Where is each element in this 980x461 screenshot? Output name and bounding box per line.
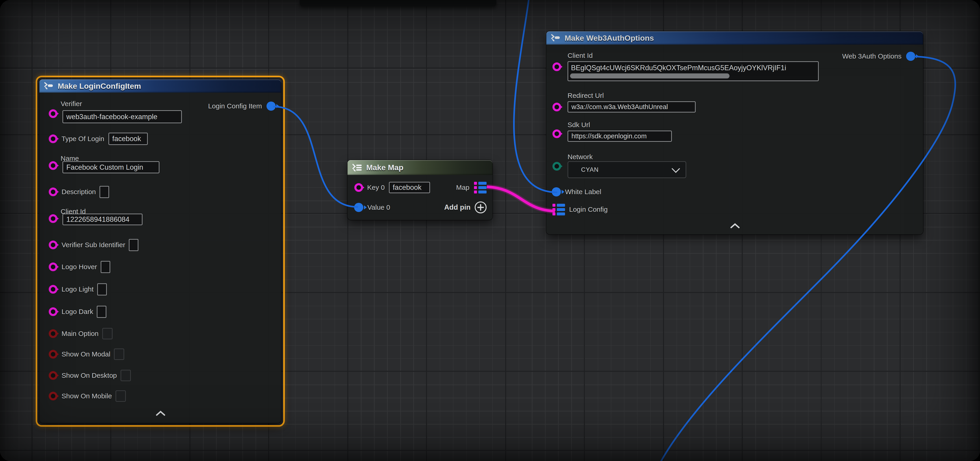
main-option-checkbox[interactable]: [102, 328, 113, 339]
pin-label-login-config: Login Config: [569, 205, 608, 213]
node-title: Make Web3AuthOptions: [565, 33, 654, 43]
wire-loginconfigitem-to-value0[interactable]: [274, 107, 358, 207]
add-pin-button[interactable]: Add pin: [444, 202, 487, 213]
client-id-input[interactable]: 1222658941886084: [62, 214, 143, 225]
node-header-make-web3authoptions[interactable]: Make Web3AuthOptions: [546, 31, 923, 45]
show-on-desktop-checkbox[interactable]: [121, 370, 131, 381]
pin-label-white-label: White Label: [565, 188, 601, 196]
pin-label-sdk-url: Sdk Url: [568, 121, 590, 129]
type-of-login-input[interactable]: facebook: [108, 133, 148, 145]
pin-sdk-url[interactable]: [552, 129, 561, 138]
verifier-sub-identifier-input[interactable]: [129, 239, 138, 251]
verifier-input[interactable]: web3auth-facebook-example: [62, 110, 182, 123]
pin-network[interactable]: [552, 162, 561, 170]
pin-value-0[interactable]: [354, 203, 363, 212]
pin-show-on-modal[interactable]: [49, 350, 57, 359]
client-id-value: BEglQSgt4cUWcj6SKRdu5QkOXTsePmMcusG5EAoy…: [571, 64, 786, 72]
pin-main-option[interactable]: [49, 329, 57, 338]
pin-client-id[interactable]: [552, 62, 561, 71]
show-on-mobile-checkbox[interactable]: [116, 390, 126, 402]
pin-label-value-0: Value 0: [368, 203, 390, 211]
pin-name[interactable]: [49, 161, 57, 170]
pin-label-show-on-desktop: Show On Desktop: [62, 372, 117, 379]
pin-logo-dark[interactable]: [49, 307, 57, 316]
pin-output-map[interactable]: [474, 182, 487, 194]
sdk-url-input[interactable]: https://sdk.openlogin.com: [568, 130, 672, 142]
wire-map-to-loginconfig[interactable]: [487, 187, 555, 211]
collapse-chevron[interactable]: [729, 223, 741, 230]
client-id-input[interactable]: BEglQSgt4cUWcj6SKRdu5QkOXTsePmMcusG5EAoy…: [568, 61, 819, 81]
make-struct-icon: [551, 34, 561, 42]
make-map-icon: [352, 164, 363, 172]
node-header-make-loginconfigitem[interactable]: Make LoginConfigItem: [39, 79, 281, 92]
add-pin-plus-icon: [475, 202, 487, 213]
chevron-down-icon: [671, 164, 680, 173]
client-id-scrollbar[interactable]: [570, 73, 730, 78]
pin-redirect-url[interactable]: [552, 103, 561, 111]
pin-label-key-0: Key 0: [367, 184, 385, 191]
pin-label-verifier: Verifier: [60, 100, 82, 108]
pin-show-on-mobile[interactable]: [49, 392, 57, 401]
pin-label-verifier-sub-identifier: Verifier Sub Identifier: [62, 241, 125, 249]
blueprint-canvas[interactable]: Make LoginConfigItem Login Config Item V…: [0, 0, 980, 461]
pin-label-description: Description: [62, 188, 96, 196]
logo-light-input[interactable]: [97, 283, 107, 296]
pin-label-type-of-login: Type Of Login: [62, 135, 104, 143]
pin-label-show-on-mobile: Show On Mobile: [62, 392, 112, 400]
pin-label-logo-dark: Logo Dark: [62, 308, 93, 316]
pin-description[interactable]: [49, 188, 57, 196]
name-input[interactable]: Facebook Custom Login: [62, 161, 159, 173]
description-input[interactable]: [100, 186, 109, 198]
pin-label-web3auth-options: Web 3Auth Options: [842, 52, 902, 60]
pin-show-on-desktop[interactable]: [49, 371, 57, 380]
pin-label-show-on-modal: Show On Modal: [62, 350, 110, 358]
pin-output-web3auth-options[interactable]: [906, 52, 915, 61]
pin-key-0[interactable]: [354, 183, 363, 192]
pin-type-of-login[interactable]: [49, 135, 57, 143]
pin-verifier[interactable]: [49, 109, 57, 118]
node-header-make-map[interactable]: Make Map: [347, 160, 493, 175]
pin-white-label[interactable]: [552, 187, 561, 196]
pin-label-logo-light: Logo Light: [62, 285, 94, 293]
logo-hover-input[interactable]: [101, 261, 110, 273]
offscreen-node-bottom-edge[interactable]: [300, 0, 496, 6]
pin-login-config[interactable]: [552, 204, 565, 215]
redirect-url-input[interactable]: w3a://com.w3a.Web3AuthUnreal: [568, 101, 696, 113]
key-0-input[interactable]: facebook: [389, 182, 430, 193]
node-make-map[interactable]: Make Map Key 0 facebook Map Value 0 Add …: [347, 160, 493, 220]
pin-logo-hover[interactable]: [49, 262, 57, 271]
node-make-web3authoptions[interactable]: Make Web3AuthOptions Web 3Auth Options C…: [546, 31, 923, 234]
pin-verifier-sub-identifier[interactable]: [49, 240, 57, 249]
network-dropdown[interactable]: CYAN: [568, 161, 686, 178]
collapse-chevron[interactable]: [155, 410, 166, 417]
node-title: Make LoginConfigItem: [58, 82, 141, 91]
logo-dark-input[interactable]: [97, 306, 107, 318]
pin-label-main-option: Main Option: [62, 330, 99, 337]
pin-client-id[interactable]: [49, 214, 57, 223]
pin-output-login-config-item[interactable]: [267, 102, 276, 111]
network-selected-value: CYAN: [581, 166, 599, 173]
pin-label-login-config-item: Login Config Item: [208, 102, 262, 110]
pin-label-client-id: Client Id: [568, 52, 593, 59]
pin-label-map: Map: [456, 184, 469, 191]
wire-map-to-loginconfig-glow: [487, 187, 555, 211]
pin-label-logo-hover: Logo Hover: [62, 263, 97, 271]
add-pin-label: Add pin: [444, 203, 471, 211]
show-on-modal-checkbox[interactable]: [114, 348, 124, 360]
pin-label-redirect-url: Redirect Url: [568, 92, 604, 100]
pin-label-network: Network: [568, 153, 593, 161]
node-title: Make Map: [366, 163, 404, 172]
node-make-loginconfigitem[interactable]: Make LoginConfigItem Login Config Item V…: [39, 79, 281, 423]
make-struct-icon: [44, 82, 54, 90]
pin-logo-light[interactable]: [49, 285, 57, 294]
